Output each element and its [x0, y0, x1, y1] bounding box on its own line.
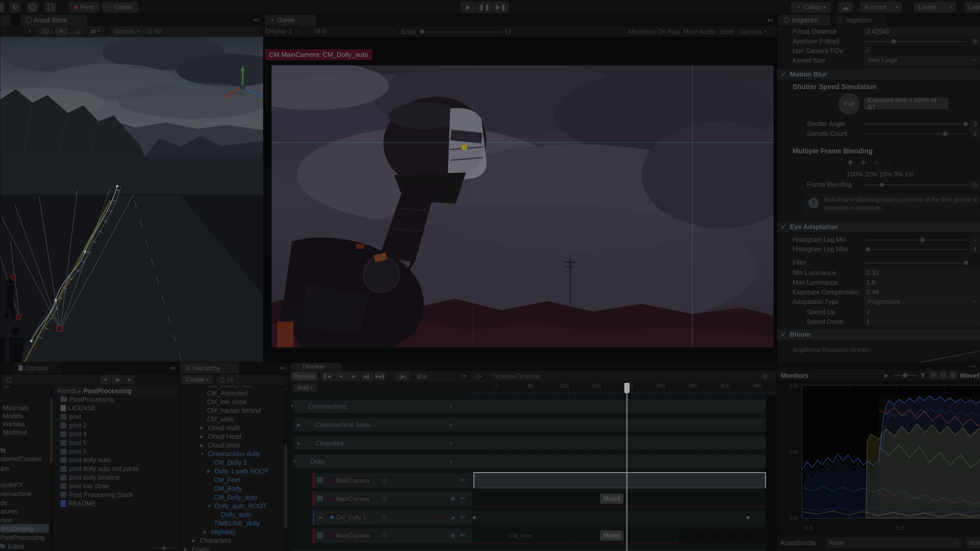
motion-blur-check-icon[interactable]: ✓ [781, 70, 786, 78]
tab-inspector-right[interactable]: ⓘInspector [832, 14, 886, 26]
file-row[interactable]: post low close [60, 483, 109, 490]
track-mute-eye-icon[interactable]: ◉ [450, 532, 455, 538]
eye-adaptation-section[interactable]: ✓Eye Adaptation [777, 221, 980, 232]
tab-inspector-left[interactable]: ⓘInspector [778, 14, 830, 26]
track-binding-maincamera[interactable]: MainCamera [326, 476, 377, 485]
tree-item[interactable]: CM_wide [207, 416, 234, 423]
layers-button[interactable]: Layers▾ [914, 2, 956, 12]
assetbundle-dropdown[interactable]: None÷ [826, 538, 961, 548]
aspect-dropdown[interactable]: 16:9 [313, 27, 326, 35]
pause-button[interactable]: ❚❚ [477, 2, 492, 13]
fav-item-assets-root[interactable]: ts [0, 447, 6, 454]
create-dropdown-button[interactable]: Create▾ [181, 375, 213, 384]
project-search-input[interactable] [2, 375, 97, 384]
tree-item-prefab[interactable]: Dolly_auto [221, 511, 251, 518]
clip-selected[interactable] [473, 472, 766, 489]
fav-item-models[interactable]: Models [3, 413, 24, 420]
tree-item-prefab[interactable]: ▼Cinemachine dolly [200, 450, 260, 457]
pivot-toggle-button[interactable]: ◆Pivot [69, 2, 99, 12]
rotate-tool-button[interactable]: ↻ [9, 2, 21, 12]
track-group-characters[interactable]: ▼ Characters + [294, 549, 766, 551]
game-viewport[interactable] [272, 65, 773, 348]
track-target-icon[interactable]: ⊙ [382, 514, 387, 520]
bloom-section[interactable]: ✓Bloom [777, 329, 980, 340]
cloud-button[interactable]: ☁ [838, 2, 853, 12]
rect-tool-button[interactable] [45, 2, 56, 12]
track-group-clearshot[interactable]: ▶ Clearshot + [294, 437, 766, 450]
frame-blending-value-field[interactable]: 0 [970, 180, 980, 189]
aperture-value-field[interactable]: 8 [970, 37, 980, 46]
persp-label[interactable]: ◄ Persp [224, 89, 246, 97]
scene-menu-icon[interactable]: ▾≡ [253, 17, 259, 24]
full-button[interactable]: Full [838, 93, 860, 114]
bloom-check-icon[interactable]: ✓ [781, 330, 786, 338]
fav-item-prefabs[interactable]: Prefabs [3, 421, 25, 428]
foldout-closed-icon[interactable]: ▶ [204, 529, 209, 535]
project-filter-label-button[interactable]: ◆ [112, 375, 123, 384]
scale-tool-button[interactable] [27, 2, 38, 12]
foldout-closed-icon[interactable]: ▶ [207, 468, 212, 474]
track-group-cinemachine-basic[interactable]: ▶ Cinemachine basic + [294, 418, 766, 431]
add-clip-icon[interactable]: + [449, 457, 453, 465]
tree-item-prefab[interactable]: CM_Dolly 1 [214, 459, 247, 466]
foldout-open-icon[interactable]: ▼ [290, 404, 295, 409]
scene-viewport[interactable]: x [0, 37, 263, 362]
stats-button[interactable]: Stats [719, 28, 734, 35]
timeline-audio-icon[interactable]: ◁▾ [460, 373, 466, 379]
track-row-cmdolly1[interactable]: ▶ CM_Dolly 1 ⊙ ● ◢ ▾≡ [313, 510, 472, 525]
add-clip-icon[interactable]: + [449, 549, 453, 551]
fav-item[interactable]: os [3, 386, 10, 389]
file-row[interactable]: post 6 [60, 448, 86, 455]
effects-dropdown[interactable]: ▾ [87, 27, 103, 36]
tab-asset-store[interactable]: Asset Store [21, 14, 87, 26]
motion-blur-section[interactable]: ✓Motion Blur [777, 68, 980, 80]
foldout-open-icon[interactable]: ▼ [292, 459, 298, 464]
goto-end-button[interactable]: ▶▶▌ [374, 372, 387, 381]
file-row[interactable]: post dolly auto [60, 456, 110, 464]
playhead-handle[interactable] [624, 383, 630, 393]
lighting-toggle[interactable]: ☀ [55, 27, 68, 36]
fav-item-brontefx[interactable]: ronteFX [0, 481, 23, 489]
account-button[interactable]: Account▾ [860, 2, 902, 12]
add-clip-icon[interactable]: + [449, 439, 453, 447]
clip-muted-2[interactable] [569, 529, 678, 544]
file-row-folder[interactable]: PostProcessing [60, 395, 114, 403]
scene-search-input[interactable]: All [143, 27, 258, 35]
monitors-menu-icon[interactable]: ▪ ▾≡ [969, 364, 977, 369]
collab-button[interactable]: ✓ Collab▾ [791, 2, 831, 12]
tree-item[interactable]: CM_tracker face [207, 386, 254, 389]
goto-start-button[interactable]: ▌◀ [321, 372, 334, 381]
project-menu-icon[interactable]: ▾≡ [170, 365, 177, 372]
hierarchy-search-input[interactable]: All [216, 375, 285, 384]
timeline-speaker-icon[interactable]: ◁• [476, 373, 482, 380]
track-menu-icon[interactable]: ▾≡ [460, 532, 466, 538]
track-target-icon[interactable]: ⊙ [382, 532, 387, 539]
audio-toggle[interactable]: ◁) [71, 27, 84, 36]
project-filter-fav-button[interactable]: ★ [124, 375, 135, 384]
sample-count-slider[interactable] [864, 133, 967, 135]
hand-tool-sliver[interactable] [0, 2, 4, 12]
min-luminance-field[interactable] [864, 268, 980, 277]
project-zoom-knob[interactable] [162, 546, 165, 550]
project-column-scrollbar[interactable] [49, 387, 53, 550]
project-filter-type-button[interactable]: ✚ [100, 375, 111, 384]
track-group-dolly[interactable]: ▼ Dolly + [294, 455, 766, 468]
draw-mode-dropdown-icon[interactable]: ▾ [29, 29, 31, 34]
channel-r-button[interactable]: R [929, 371, 938, 380]
timeline-gear-icon[interactable]: ⚙ [762, 373, 768, 380]
maximize-on-play-button[interactable]: Maximize On Play [628, 28, 680, 35]
tree-item[interactable]: CM_low close [207, 398, 247, 406]
foldout-closed-icon[interactable]: ▶ [200, 443, 205, 448]
fav-item-postprocessing[interactable]: PostProcessing [0, 534, 45, 541]
timeline-right-gutter[interactable] [766, 394, 776, 551]
record-icon[interactable]: ● [440, 513, 443, 520]
sample-count-knob[interactable] [943, 132, 947, 136]
tab-console[interactable]: Console [13, 362, 62, 374]
hierarchy-scrollbar[interactable]: ▲ [283, 386, 288, 551]
breadcrumb-current[interactable]: PostProcessing [83, 387, 132, 394]
max-luminance-field[interactable] [864, 278, 980, 287]
foldout-closed-icon[interactable]: ▶ [184, 547, 189, 551]
fav-item-editor[interactable]: Editor [0, 543, 24, 550]
tab-hierarchy[interactable]: ☰ Hierarchy [180, 362, 239, 374]
file-row[interactable]: post dolly auto red pants [60, 465, 138, 472]
